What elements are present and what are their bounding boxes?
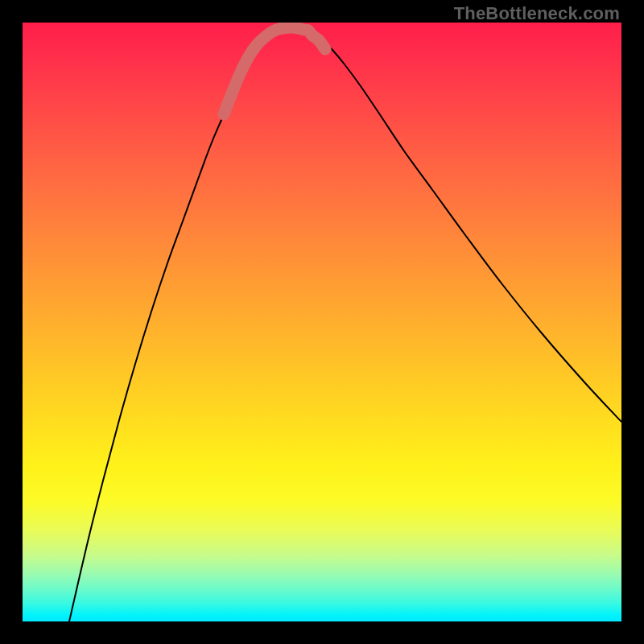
- plot-area: [23, 23, 621, 621]
- bottleneck-curve: [69, 27, 621, 621]
- watermark-text: TheBottleneck.com: [454, 3, 620, 24]
- optimal-range-marker: [224, 27, 325, 114]
- chart-frame: TheBottleneck.com: [0, 0, 644, 644]
- chart-svg: [23, 23, 621, 621]
